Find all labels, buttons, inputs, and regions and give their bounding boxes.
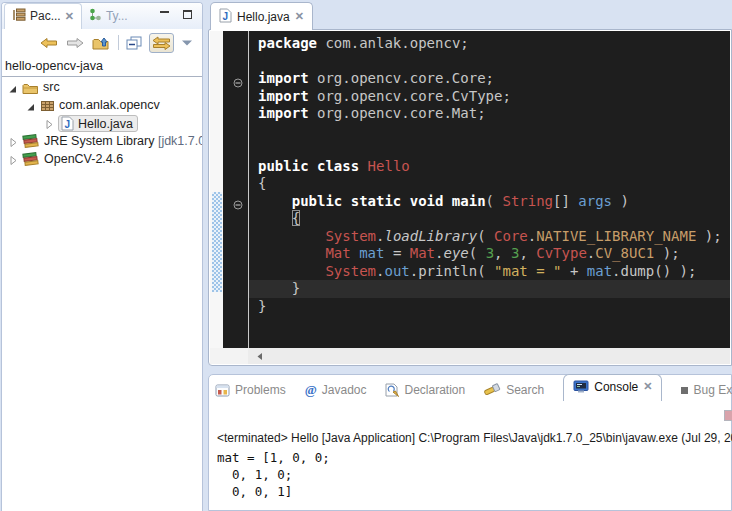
expand-arrow-icon[interactable] (8, 137, 18, 147)
collapse-arrow-icon[interactable] (8, 83, 18, 93)
tab-type-hierarchy[interactable]: Ty... (82, 4, 135, 29)
collapse-arrow-icon[interactable] (26, 101, 36, 111)
code-line[interactable]: { (249, 210, 730, 228)
console-header: <terminated> Hello [Java Application] C:… (217, 431, 732, 445)
forward-button[interactable] (65, 36, 85, 50)
package-explorer-icon (12, 8, 26, 24)
package-folder-icon (22, 81, 39, 95)
tab-problems[interactable]: Problems (215, 383, 286, 397)
editor-content: package com.anlak.opencv; import org.ope… (208, 29, 732, 366)
maximize-button[interactable] (183, 10, 192, 19)
tab-label: Pac... (30, 9, 61, 23)
code-line[interactable]: Mat mat = Mat.eye( 3, 3, CvType.CV_8UC1 … (249, 245, 730, 263)
editor-tab-label: Hello.java (237, 10, 290, 24)
bottom-tabbar: Problems@JavadocDeclarationSearchConsole… (215, 375, 731, 405)
tab-label: Search (506, 383, 544, 397)
tab-label: Ty... (106, 9, 128, 23)
terminate-button[interactable] (724, 410, 732, 421)
svg-text:J: J (223, 10, 229, 21)
tab-declaration[interactable]: Declaration (385, 383, 465, 397)
fold-collapse-icon[interactable] (233, 74, 243, 84)
horizontal-scrollbar[interactable] (210, 348, 730, 364)
code-line[interactable]: System.out.println( "mat = " + mat.dump(… (249, 263, 730, 281)
code-line[interactable] (249, 53, 730, 71)
code-line[interactable]: System.loadLibrary( Core.NATIVE_LIBRARY_… (249, 228, 730, 246)
explorer-tabbar: Pac... ✕ Ty... (2, 3, 202, 29)
tab-bug-explorer[interactable]: Bug Explorer (681, 383, 732, 397)
library-icon (22, 134, 40, 149)
code-line[interactable]: import org.opencv.core.Core; (249, 70, 730, 88)
tree-item-label: com.anlak.opencv (59, 98, 160, 112)
tree-item-hello.java[interactable]: JHello.java (2, 115, 202, 133)
code-line[interactable] (249, 140, 730, 158)
left-ruler[interactable] (210, 31, 223, 348)
link-with-editor-button[interactable] (149, 33, 174, 53)
editor-panel: J Hello.java ✕ package com.anlak.opencv;… (208, 2, 732, 366)
code-editor[interactable]: package com.anlak.opencv; import org.ope… (223, 31, 730, 348)
tree-item-jre-system-library[interactable]: JRE System Library [jdk1.7.0 (2, 133, 202, 151)
tree-item-label: OpenCV-2.4.6 (44, 152, 123, 166)
code-line[interactable]: import org.opencv.core.Mat; (249, 105, 730, 123)
java-file-icon: J (61, 116, 74, 131)
tree-item-decorator: [jdk1.7.0 (158, 134, 202, 148)
change-range-indicator (212, 192, 222, 292)
expand-arrow-icon[interactable] (8, 155, 18, 165)
go-into-button[interactable] (91, 34, 112, 51)
javadoc-icon: @ (305, 382, 317, 398)
console-output-line: mat = [1, 0, 0; (217, 449, 330, 466)
tree-item-label: JRE System Library (44, 134, 158, 148)
declaration-icon (385, 383, 399, 397)
close-icon[interactable]: ✕ (643, 380, 652, 393)
console-icon (573, 380, 589, 394)
square-icon (681, 387, 688, 394)
tree-item-src[interactable]: src (2, 79, 202, 97)
code-line[interactable] (249, 123, 730, 141)
tab-label: Declaration (404, 383, 465, 397)
view-menu-button[interactable] (180, 38, 194, 48)
console-output[interactable]: mat = [1, 0, 0; 0, 1, 0; 0, 0, 1] (217, 449, 330, 500)
tab-label: Bug Explorer (693, 383, 732, 397)
code-line-current[interactable]: } (249, 280, 730, 298)
collapse-all-button[interactable] (125, 35, 143, 51)
console-view-panel: Problems@JavadocDeclarationSearchConsole… (208, 374, 732, 511)
code-area[interactable]: package com.anlak.opencv; import org.ope… (249, 31, 730, 348)
svg-text:J: J (65, 119, 71, 130)
back-button[interactable] (39, 36, 59, 50)
project-header[interactable]: hello-opencv-java (2, 58, 202, 75)
explorer-toolbar (2, 29, 202, 56)
close-icon[interactable]: ✕ (295, 10, 304, 23)
code-line[interactable]: package com.anlak.opencv; (249, 35, 730, 53)
close-icon[interactable]: ✕ (65, 10, 74, 23)
tree-item-label: Hello.java (78, 117, 133, 131)
scroll-left-button[interactable] (256, 347, 264, 365)
tab-label: Javadoc (322, 383, 367, 397)
matched-bracket: { (292, 210, 300, 226)
library-icon (22, 152, 40, 167)
code-line[interactable]: { (249, 175, 730, 193)
search-icon (484, 383, 501, 397)
problems-icon (215, 384, 230, 397)
java-file-icon: J (219, 8, 232, 26)
tab-search[interactable]: Search (484, 383, 544, 397)
eclipse-workbench: { "explorer": { "tabs": [ { "label": "Pa… (0, 0, 732, 511)
code-line[interactable]: import org.opencv.core.CvType; (249, 88, 730, 106)
tab-package-explorer[interactable]: Pac... ✕ (4, 3, 82, 29)
tab-console[interactable]: Console✕ (563, 374, 662, 401)
expand-arrow-icon[interactable] (44, 119, 54, 129)
package-icon (40, 99, 55, 113)
minimize-button[interactable] (160, 10, 169, 13)
project-tree: hello-opencv-java srccom.anlak.opencvJHe… (2, 56, 202, 169)
code-line[interactable]: public class Hello (249, 158, 730, 176)
tree-item-com.anlak.opencv[interactable]: com.anlak.opencv (2, 97, 202, 115)
tab-javadoc[interactable]: @Javadoc (305, 382, 367, 398)
tab-label: Console (594, 380, 638, 394)
tree-item-opencv-2.4.6[interactable]: OpenCV-2.4.6 (2, 151, 202, 169)
fold-collapse-icon[interactable] (233, 196, 243, 206)
code-line[interactable]: public static void main( String[] args ) (249, 193, 730, 211)
toolbar-separator (118, 35, 119, 50)
code-line[interactable]: } (249, 298, 730, 316)
editor-tab-hello-java[interactable]: J Hello.java ✕ (210, 2, 313, 30)
type-hierarchy-icon (89, 8, 102, 24)
header-divider (2, 76, 202, 77)
console-output-line: 0, 1, 0; (217, 466, 330, 483)
